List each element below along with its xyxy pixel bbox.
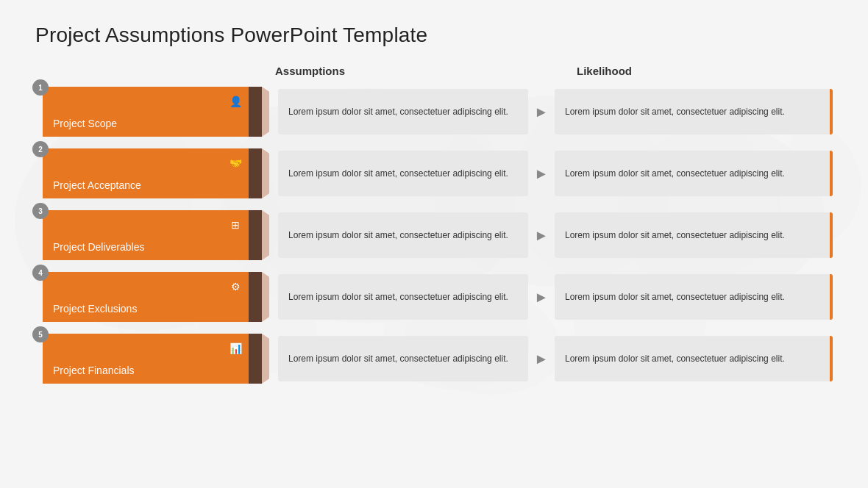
fold-3 [249, 272, 269, 322]
label-block-2: 3 Project Deliverables ⊞ [35, 210, 249, 260]
orange-bar-2: Project Deliverables ⊞ [43, 210, 249, 260]
likelihood-box-4: Lorem ipsum dolor sit amet, consectetuer… [555, 336, 833, 381]
fold-light-0 [262, 87, 269, 137]
orange-bar-1: Project Acceptance 🤝 [43, 148, 249, 198]
row-label-4: Project Financials [53, 365, 135, 376]
likelihood-text-0: Lorem ipsum dolor sit amet, consectetuer… [565, 105, 785, 118]
assumption-box-4: Lorem ipsum dolor sit amet, consectetuer… [278, 336, 528, 381]
arrow-connector-1: ► [528, 165, 555, 182]
orange-bar-3: Project Exclusions ⚙ [43, 272, 249, 322]
fold-2 [249, 210, 269, 260]
likelihood-box-2: Lorem ipsum dolor sit amet, consectetuer… [555, 212, 833, 258]
likelihood-box-0: Lorem ipsum dolor sit amet, consectetuer… [555, 89, 833, 134]
table-row: 2 Project Acceptance 🤝 Lorem ipsum dolor… [35, 145, 833, 202]
arrow-connector-4: ► [528, 351, 555, 367]
handshake-icon: 🤝 [227, 154, 244, 172]
fold-0 [249, 87, 269, 137]
fold-light-2 [262, 210, 269, 260]
column-headers: Assumptions Likelihood [263, 65, 833, 77]
fold-1 [249, 148, 269, 198]
assumption-text-1: Lorem ipsum dolor sit amet, consectetuer… [288, 167, 508, 180]
likelihood-text-1: Lorem ipsum dolor sit amet, consectetuer… [565, 167, 785, 180]
person-icon: 👤 [227, 93, 244, 110]
orange-bar-4: Project Financials 📊 [43, 334, 249, 384]
assumption-text-2: Lorem ipsum dolor sit amet, consectetuer… [288, 229, 508, 242]
likelihood-text-2: Lorem ipsum dolor sit amet, consectetuer… [565, 229, 785, 242]
page-title: Project Assumptions PowerPoint Template [35, 24, 833, 47]
assumption-box-3: Lorem ipsum dolor sit amet, consectetuer… [278, 274, 528, 320]
likelihood-box-1: Lorem ipsum dolor sit amet, consectetuer… [555, 151, 833, 196]
likelihood-box-3: Lorem ipsum dolor sit amet, consectetuer… [555, 274, 833, 320]
arrow-connector-2: ► [528, 227, 555, 244]
number-badge-2: 3 [32, 203, 49, 219]
gear-icon: ⚙ [227, 278, 244, 295]
number-badge-0: 1 [32, 79, 49, 96]
arrow-connector-0: ► [528, 104, 555, 121]
table-row: 5 Project Financials 📊 Lorem ipsum dolor… [35, 330, 833, 387]
likelihood-text-4: Lorem ipsum dolor sit amet, consectetuer… [565, 352, 785, 365]
assumption-text-4: Lorem ipsum dolor sit amet, consectetuer… [288, 352, 508, 365]
grid-icon: ⊞ [227, 216, 244, 234]
label-block-4: 5 Project Financials 📊 [35, 334, 249, 384]
fold-dark-1 [249, 148, 262, 198]
fold-dark-4 [249, 334, 262, 384]
table-row: 3 Project Deliverables ⊞ Lorem ipsum dol… [35, 207, 833, 264]
assumption-box-2: Lorem ipsum dolor sit amet, consectetuer… [278, 212, 528, 258]
arrow-connector-3: ► [528, 289, 555, 306]
label-block-3: 4 Project Exclusions ⚙ [35, 272, 249, 322]
fold-light-4 [262, 334, 269, 384]
fold-dark-0 [249, 87, 262, 137]
label-block-1: 2 Project Acceptance 🤝 [35, 148, 249, 198]
row-label-2: Project Deliverables [53, 241, 145, 253]
assumption-box-0: Lorem ipsum dolor sit amet, consectetuer… [278, 89, 528, 134]
rows-container: 1 Project Scope 👤 Lorem ipsum dolor sit … [35, 83, 833, 387]
fold-4 [249, 334, 269, 384]
number-badge-4: 5 [32, 326, 49, 342]
number-badge-3: 4 [32, 265, 49, 281]
orange-bar-0: Project Scope 👤 [43, 87, 249, 137]
label-block-0: 1 Project Scope 👤 [35, 87, 249, 137]
assumption-text-3: Lorem ipsum dolor sit amet, consectetuer… [288, 290, 508, 304]
row-label-1: Project Acceptance [53, 179, 141, 191]
table-row: 4 Project Exclusions ⚙ Lorem ipsum dolor… [35, 268, 833, 326]
fold-dark-3 [249, 272, 262, 322]
row-label-0: Project Scope [53, 118, 117, 129]
chart-icon: 📊 [227, 340, 244, 357]
table-row: 1 Project Scope 👤 Lorem ipsum dolor sit … [35, 83, 833, 140]
assumption-text-0: Lorem ipsum dolor sit amet, consectetuer… [288, 105, 508, 118]
main-container: Project Assumptions PowerPoint Template … [0, 0, 868, 488]
fold-light-1 [262, 148, 269, 198]
likelihood-text-3: Lorem ipsum dolor sit amet, consectetuer… [565, 290, 785, 304]
fold-dark-2 [249, 210, 262, 260]
fold-light-3 [262, 272, 269, 322]
assumptions-header: Assumptions [263, 65, 536, 77]
row-label-3: Project Exclusions [53, 303, 137, 315]
number-badge-1: 2 [32, 141, 49, 157]
likelihood-header: Likelihood [536, 65, 808, 77]
assumption-box-1: Lorem ipsum dolor sit amet, consectetuer… [278, 151, 528, 196]
